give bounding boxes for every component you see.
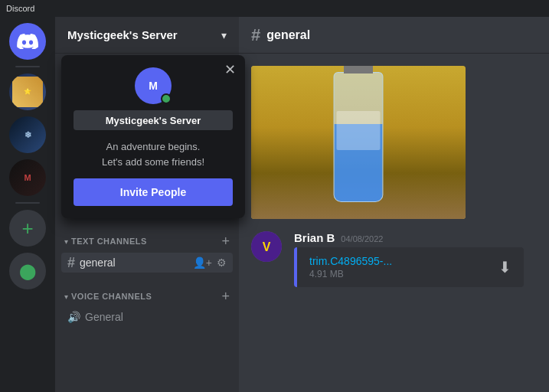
invite-people-button[interactable]: Invite People <box>74 178 233 206</box>
title-bar: Discord <box>0 0 549 17</box>
channel-header-name: general <box>266 28 310 42</box>
popup-close-button[interactable]: ✕ <box>224 63 236 77</box>
server-separator <box>15 66 40 67</box>
avatar-image: V <box>251 231 282 262</box>
photo-background <box>251 66 466 219</box>
channel-header: # general <box>239 17 549 54</box>
image-attachment <box>251 66 466 219</box>
message-group: V Brian B 04/08/2022 trim.C4896595-... 4… <box>251 231 537 287</box>
online-dot <box>161 93 172 104</box>
file-info: trim.C4896595-... 4.91 MB <box>309 255 489 279</box>
download-icon[interactable]: ⬇ <box>498 258 511 276</box>
server-icon-2[interactable]: ❄ <box>9 116 46 153</box>
server-name: Mysticgeek's Server <box>67 28 178 41</box>
message-author: Brian B <box>294 231 335 244</box>
channel-actions: 👤+ ⚙ <box>193 256 227 269</box>
add-voice-channel-button[interactable]: + <box>221 289 230 303</box>
add-server-button[interactable]: + <box>9 210 46 247</box>
svg-text:V: V <box>263 240 271 253</box>
add-text-channel-button[interactable]: + <box>221 234 230 248</box>
popup-server-name-badge: Mysticgeek's Server <box>74 110 233 130</box>
server-separator-2 <box>15 202 40 204</box>
title-bar-text: Discord <box>6 4 34 13</box>
server-icon-home[interactable] <box>9 23 46 60</box>
message-content: Brian B 04/08/2022 trim.C4896595-... 4.9… <box>294 231 537 287</box>
popup-tagline: An adventure begins.Let's add some frien… <box>61 133 245 178</box>
explore-icon: ⬤ <box>19 262 36 280</box>
message-avatar: V <box>251 231 282 262</box>
voice-channel-name: General <box>85 311 123 323</box>
server-chevron-icon: ▾ <box>221 29 227 41</box>
explore-button[interactable]: ⬤ <box>9 253 46 289</box>
settings-icon[interactable]: ⚙ <box>217 256 227 269</box>
server-icon-1[interactable]: ⭐ <box>9 74 46 110</box>
popup-avatar-area: M <box>61 55 245 110</box>
discord-logo-icon <box>17 34 38 49</box>
server-icon-3[interactable]: M <box>9 159 46 196</box>
message-timestamp: 04/08/2022 <box>341 234 383 243</box>
file-attachment: trim.C4896595-... 4.91 MB ⬇ <box>294 247 524 287</box>
channel-item-general[interactable]: # general 👤+ ⚙ <box>61 253 233 273</box>
file-size: 4.91 MB <box>309 269 489 279</box>
server-header[interactable]: Mysticgeek's Server ▾ <box>55 17 239 54</box>
messages-area: V Brian B 04/08/2022 trim.C4896595-... 4… <box>239 54 549 392</box>
voice-channels-chevron-icon: ▾ <box>64 292 68 301</box>
popup-server-avatar: M <box>135 67 172 104</box>
voice-channels-header[interactable]: ▾ VOICE CHANNELS + <box>61 288 233 305</box>
server-sidebar: ⭐ ❄ M + ⬤ <box>0 17 55 392</box>
file-name: trim.C4896595-... <box>309 255 489 267</box>
voice-channels-label: VOICE CHANNELS <box>71 292 152 301</box>
voice-channel-general[interactable]: 🔊 General <box>61 308 233 326</box>
main-content: # general <box>239 17 549 392</box>
channel-sidebar: Mysticgeek's Server ▾ ✕ M Mysticgeek's S… <box>55 17 239 392</box>
popup-server-name: Mysticgeek's Server <box>106 115 201 126</box>
text-channels-section: ▾ TEXT CHANNELS + # general 👤+ ⚙ <box>55 220 239 276</box>
add-member-icon[interactable]: 👤+ <box>193 256 212 269</box>
server-popup: ✕ M Mysticgeek's Server An adventure beg… <box>61 55 245 218</box>
message-header: Brian B 04/08/2022 <box>294 231 537 244</box>
app-body: ⭐ ❄ M + ⬤ Mysticgeek's Ser <box>0 17 549 392</box>
voice-channels-section: ▾ VOICE CHANNELS + 🔊 General <box>55 276 239 329</box>
channel-header-hash-icon: # <box>251 25 260 45</box>
text-channels-label: TEXT CHANNELS <box>71 237 147 246</box>
channel-name-general: general <box>80 256 116 269</box>
text-channels-header[interactable]: ▾ TEXT CHANNELS + <box>61 233 233 250</box>
text-channels-chevron-icon: ▾ <box>64 237 68 246</box>
channel-hash-icon: # <box>67 256 75 270</box>
add-server-icon: + <box>21 218 33 238</box>
voice-speaker-icon: 🔊 <box>67 311 80 323</box>
